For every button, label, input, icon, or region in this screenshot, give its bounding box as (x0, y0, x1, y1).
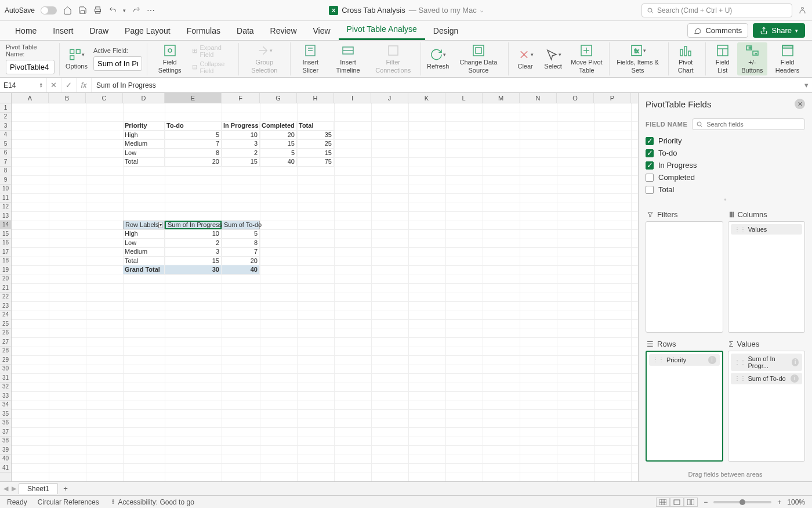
row-header-21[interactable]: 21 (0, 283, 11, 293)
tab-view[interactable]: View (305, 21, 339, 40)
col-header-I[interactable]: I (334, 93, 371, 103)
tab-home[interactable]: Home (7, 21, 45, 40)
cell-G7[interactable]: 40 (260, 157, 297, 167)
page-layout-view-button[interactable] (670, 498, 684, 507)
share-button[interactable]: Share ▾ (753, 23, 805, 38)
cell-F5[interactable]: 3 (222, 139, 260, 149)
col-header-P[interactable]: P (594, 93, 631, 103)
cell-H4[interactable]: 35 (297, 131, 334, 140)
field-settings-button[interactable]: Field Settings (151, 42, 188, 75)
close-fields-pane-icon[interactable]: ✕ (795, 99, 805, 109)
undo-icon[interactable] (108, 6, 117, 15)
row-header-22[interactable]: 22 (0, 293, 11, 302)
filter-connections-button[interactable]: Filter Connections (369, 42, 417, 75)
cell-F3[interactable]: In Progress (222, 121, 260, 131)
cell-D6[interactable]: Low (123, 149, 165, 158)
row-header-4[interactable]: 4 (0, 131, 11, 140)
row-header-7[interactable]: 7 (0, 157, 11, 167)
row-header-8[interactable]: 8 (0, 167, 11, 176)
col-header-D[interactable]: D (123, 93, 165, 103)
formula-input[interactable]: Sum of In Progress (92, 78, 800, 92)
field-checkbox[interactable]: ✓ (646, 161, 654, 170)
field-checkbox[interactable] (646, 186, 654, 194)
fields-items-sets-button[interactable]: fx▾Fields, Items & Sets (609, 42, 664, 75)
move-pivot-button[interactable]: Move Pivot Table (568, 42, 606, 75)
cell-E7[interactable]: 20 (165, 157, 222, 167)
tab-pivot-analyse[interactable]: Pivot Table Analyse (339, 20, 425, 40)
field-checkbox[interactable] (646, 174, 654, 182)
normal-view-button[interactable] (656, 498, 670, 507)
select-button[interactable]: ▾Select (540, 46, 567, 71)
row-header-35[interactable]: 35 (0, 409, 11, 419)
row-header-15[interactable]: 15 (0, 229, 11, 239)
cell-D17[interactable]: Medium (123, 247, 165, 257)
redo-icon[interactable] (132, 6, 141, 15)
col-header-J[interactable]: J (371, 93, 408, 103)
row-header-28[interactable]: 28 (0, 347, 11, 356)
share-icon[interactable] (798, 6, 807, 15)
prev-sheet-icon[interactable]: ◀ (3, 485, 8, 492)
zoom-level[interactable]: 100% (787, 498, 805, 506)
row-header-32[interactable]: 32 (0, 383, 11, 392)
cells-grid[interactable]: PriorityTo-doIn ProgressCompletedTotalHi… (12, 103, 638, 481)
zoom-out-button[interactable]: − (704, 498, 708, 506)
row-header-31[interactable]: 31 (0, 373, 11, 383)
col-header-A[interactable]: A (12, 93, 49, 103)
row-header-20[interactable]: 20 (0, 275, 11, 284)
field-list-button[interactable]: Field List (709, 42, 736, 75)
cell-F18[interactable]: 20 (222, 257, 260, 266)
select-all-corner[interactable] (0, 93, 12, 103)
doc-dropdown[interactable]: ⌵ (480, 8, 483, 13)
pt-name-input[interactable] (6, 60, 55, 74)
comments-button[interactable]: Comments (687, 23, 748, 38)
cell-D18[interactable]: Total (123, 257, 165, 266)
cell-F7[interactable]: 15 (222, 157, 260, 167)
cell-G3[interactable]: Completed (260, 121, 297, 131)
cell-F6[interactable]: 2 (222, 149, 260, 158)
row-header-16[interactable]: 16 (0, 239, 11, 248)
cell-D14[interactable]: Row Labels▾ (123, 221, 165, 230)
cell-D7[interactable]: Total (123, 157, 165, 167)
row-header-9[interactable]: 9 (0, 175, 11, 185)
row-header-10[interactable]: 10 (0, 185, 11, 194)
tab-review[interactable]: Review (262, 21, 305, 40)
cell-F19[interactable]: 40 (222, 265, 260, 275)
collapse-field-button[interactable]: ⊟Collapse Field (192, 60, 233, 74)
expand-field-button[interactable]: ⊞Expand Field (192, 44, 233, 58)
worksheet[interactable]: ABCDEFGHIJKLMNOP 12345678910111213141516… (0, 93, 638, 481)
tab-draw[interactable]: Draw (81, 21, 117, 40)
cell-D5[interactable]: Medium (123, 139, 165, 149)
change-data-source-button[interactable]: Change Data Source (452, 42, 504, 75)
cell-E3[interactable]: To-do (165, 121, 222, 131)
row-header-33[interactable]: 33 (0, 391, 11, 401)
cell-D19[interactable]: Grand Total (123, 265, 165, 275)
row-header-1[interactable]: 1 (0, 103, 11, 113)
filters-area[interactable]: Filters (646, 208, 723, 333)
clear-button[interactable]: ▾Clear (512, 46, 539, 71)
cell-H7[interactable]: 75 (297, 157, 334, 167)
cell-G5[interactable]: 15 (260, 139, 297, 149)
col-header-L[interactable]: L (445, 93, 483, 103)
cancel-formula-icon[interactable]: ✕ (46, 78, 61, 92)
row-header-27[interactable]: 27 (0, 337, 11, 347)
save-icon[interactable] (78, 6, 87, 15)
col-header-B[interactable]: B (49, 93, 86, 103)
row-header-39[interactable]: 39 (0, 445, 11, 455)
status-accessibility[interactable]: Accessibility: Good to go (110, 498, 194, 506)
row-header-24[interactable]: 24 (0, 311, 11, 320)
pm-buttons-button[interactable]: +-+/- Buttons (737, 42, 767, 75)
area-item-priority[interactable]: ⋮⋮Priorityi (649, 354, 720, 366)
tab-page-layout[interactable]: Page Layout (117, 21, 179, 40)
page-break-view-button[interactable] (684, 498, 698, 507)
row-header-23[interactable]: 23 (0, 301, 11, 311)
tab-insert[interactable]: Insert (45, 21, 81, 40)
fx-icon[interactable]: fx (77, 78, 92, 92)
field-checkbox[interactable]: ✓ (646, 149, 654, 157)
cell-F17[interactable]: 7 (222, 247, 260, 257)
cell-E6[interactable]: 8 (165, 149, 222, 158)
values-area[interactable]: ΣValues ⋮⋮Sum of In Progr...i ⋮⋮Sum of T… (728, 337, 806, 462)
tab-data[interactable]: Data (229, 21, 262, 40)
row-header-3[interactable]: 3 (0, 121, 11, 131)
field-to-do[interactable]: ✓To-do (646, 147, 805, 159)
row-header-6[interactable]: 6 (0, 149, 11, 158)
